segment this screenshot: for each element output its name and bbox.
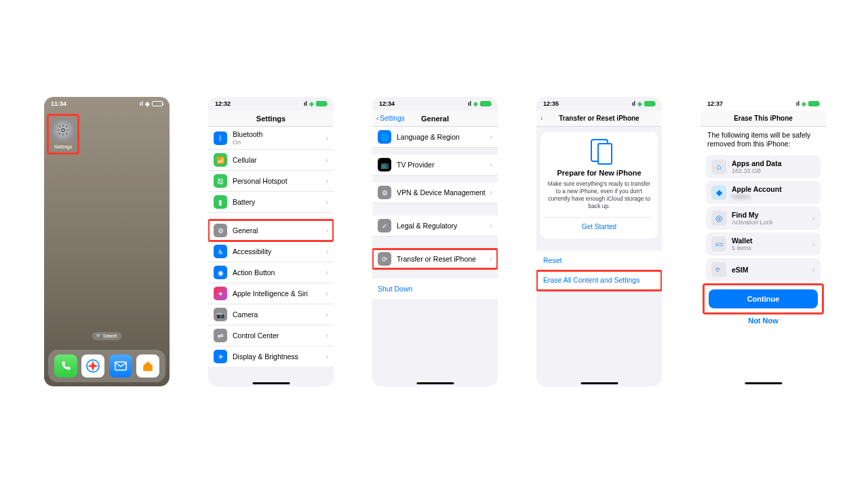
back-label: Settings — [380, 115, 404, 122]
findmy-label: Find My — [732, 211, 807, 219]
not-now-button[interactable]: Not Now — [701, 314, 826, 327]
row-control-center[interactable]: ⇄ Control Center› — [208, 325, 334, 346]
chevron-icon: › — [490, 188, 492, 197]
navbar-title: General — [421, 115, 449, 123]
row-accessibility[interactable]: ♿︎ Accessibility› — [208, 241, 334, 262]
row-camera[interactable]: 📷 Camera› — [208, 304, 334, 325]
row-action-button[interactable]: ◉ Action Button› — [208, 262, 334, 283]
row-vpn[interactable]: ⚙ VPN & Device Management› — [372, 182, 498, 203]
home-indicator[interactable] — [580, 382, 618, 384]
status-time: 12:34 — [379, 100, 395, 107]
wifi-icon: ◈ — [473, 100, 478, 107]
siri-icon: ✦ — [214, 287, 227, 300]
chevron-icon: › — [326, 310, 328, 319]
chevron-icon: › — [326, 247, 328, 256]
row-display[interactable]: ☀ Display & Brightness› — [208, 346, 334, 367]
wifi-icon: ◈ — [637, 100, 642, 107]
row-apple-intelligence[interactable]: ✦ Apple Intelligence & Siri› — [208, 283, 334, 304]
back-button[interactable]: ‹ — [540, 115, 542, 122]
home-indicator[interactable] — [252, 382, 290, 384]
erase-item-esim[interactable]: ᯤ eSIM › — [706, 258, 821, 281]
erase-item-account: ◆ Apple Accounthidden — [706, 181, 821, 204]
row-reset[interactable]: Reset — [536, 251, 662, 270]
back-button[interactable]: ‹Settings — [376, 115, 404, 122]
home-indicator[interactable] — [416, 382, 454, 384]
chevron-icon: › — [812, 239, 815, 249]
control-center-icon: ⇄ — [214, 329, 227, 342]
continue-button[interactable]: Continue — [709, 289, 818, 308]
status-time: 12:32 — [215, 100, 231, 107]
settings-app-label: Settings — [54, 144, 72, 150]
get-started-button[interactable]: Get Started — [546, 217, 652, 235]
accessibility-icon: ♿︎ — [214, 245, 227, 258]
row-general[interactable]: ⚙ General› — [208, 220, 334, 241]
phone-app[interactable] — [54, 354, 77, 378]
mail-app[interactable] — [109, 354, 132, 378]
wallet-icon: ▭ — [711, 237, 726, 251]
chevron-icon: › — [812, 265, 815, 274]
svg-point-0 — [62, 129, 65, 132]
home-screen: 11:34 ıl ◈ Settings 🔍 Search — [44, 97, 170, 386]
chevron-icon: › — [326, 289, 328, 298]
esim-icon: ᯤ — [711, 262, 726, 277]
cellular-icon: 📶 — [214, 153, 227, 167]
status-time: 12:37 — [707, 100, 723, 107]
general-label: General — [233, 226, 326, 235]
transfer-devices-icon — [591, 139, 608, 162]
account-sub: hidden — [732, 193, 815, 200]
row-hotspot[interactable]: ⛓ Personal Hotspot› — [208, 171, 334, 192]
shutdown-label: Shut Down — [378, 285, 492, 293]
erase-item-findmy[interactable]: ◎ Find MyActivation Lock › — [706, 207, 821, 230]
search-label: Search — [103, 333, 117, 338]
row-legal[interactable]: ✓ Legal & Regulatory› — [372, 216, 498, 237]
safari-app[interactable] — [81, 354, 104, 378]
status-indicators: ıl ◈ — [796, 100, 819, 107]
transfer-reset-screen: 12:35 ıl ◈ ‹ Transfer or Reset iPhone Pr… — [536, 97, 662, 386]
search-icon: 🔍 — [96, 333, 102, 338]
navbar-title: Transfer or Reset iPhone — [559, 115, 639, 122]
wifi-icon: ◈ — [309, 100, 314, 107]
chevron-icon: › — [326, 226, 328, 235]
hotspot-icon: ⛓ — [214, 174, 227, 188]
account-label: Apple Account — [732, 185, 815, 193]
navbar-title: Settings — [256, 115, 285, 123]
home-indicator[interactable] — [745, 382, 782, 384]
row-cellular[interactable]: 📶 Cellular› — [208, 150, 334, 171]
row-erase-all[interactable]: Erase All Content and Settings — [536, 270, 662, 290]
vpn-label: VPN & Device Management — [397, 188, 490, 197]
general-icon: ⚙ — [214, 224, 227, 237]
legal-label: Legal & Regulatory — [397, 222, 490, 230]
erase-confirmation-screen: 12:37 ıl ◈ Erase This iPhone The followi… — [701, 97, 826, 386]
control-center-label: Control Center — [233, 331, 326, 340]
row-battery[interactable]: ▮ Battery› — [208, 192, 334, 213]
search-pill[interactable]: 🔍 Search — [92, 332, 121, 340]
erase-item-wallet[interactable]: ▭ Wallet5 items › — [706, 232, 821, 256]
settings-app[interactable]: Settings — [47, 114, 79, 155]
tv-icon: 📺 — [378, 158, 391, 171]
row-transfer-reset[interactable]: ⟳ Transfer or Reset iPhone› — [372, 249, 498, 269]
navbar: Settings — [208, 110, 334, 127]
dock — [48, 350, 165, 382]
chevron-icon: › — [326, 268, 328, 277]
transfer-icon: ⟳ — [378, 252, 391, 266]
home-app[interactable] — [136, 354, 159, 378]
prepare-title: Prepare for New iPhone — [546, 169, 652, 178]
battery-icon — [808, 101, 819, 106]
erase-intro: The following items will be safely remov… — [701, 127, 826, 152]
status-bar: 12:37 ıl ◈ — [701, 97, 826, 110]
chevron-icon: › — [326, 155, 328, 165]
erase-item-apps: ⌂ Apps and Data182.33 GB — [706, 155, 821, 178]
chevron-icon: › — [490, 132, 492, 142]
row-shutdown[interactable]: Shut Down — [372, 279, 498, 299]
row-tv-provider[interactable]: 📺 TV Provider› — [372, 155, 498, 176]
signal-icon: ıl — [468, 100, 471, 107]
status-indicators: ıl ◈ — [140, 100, 163, 107]
row-bluetooth[interactable]: ᛒ Bluetooth On › — [208, 127, 334, 150]
display-icon: ☀ — [214, 350, 227, 363]
row-language-region[interactable]: 🌐 Language & Region› — [372, 127, 498, 148]
battery-icon — [316, 101, 327, 106]
wallet-sub: 5 items — [732, 245, 807, 251]
wallet-label: Wallet — [732, 237, 807, 245]
wifi-icon: ◈ — [145, 100, 150, 107]
navbar: Erase This iPhone — [701, 110, 826, 127]
